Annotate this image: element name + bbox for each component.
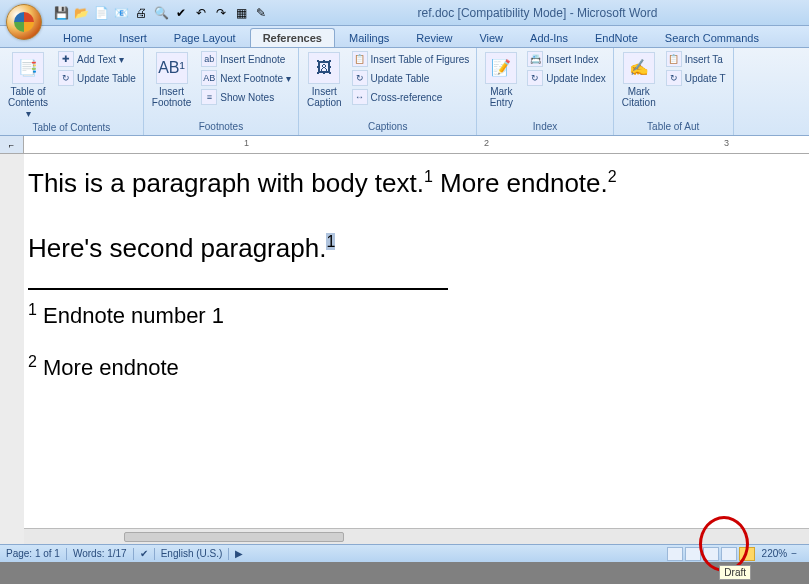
insert-endnote-button[interactable]: abInsert Endnote	[198, 50, 294, 68]
document-content[interactable]: This is a paragraph with body text.1 Mor…	[28, 164, 799, 385]
draft-view-button[interactable]	[739, 547, 755, 561]
mark-entry-label: Mark Entry	[490, 86, 513, 108]
qat-redo-icon[interactable]: ↷	[212, 4, 230, 22]
group-index-label: Index	[481, 120, 609, 133]
tab-review[interactable]: Review	[403, 28, 465, 47]
endnote-1[interactable]: 1 Endnote number 1	[28, 298, 799, 332]
insert-toa-button[interactable]: 📋Insert Ta	[663, 50, 729, 68]
endnote-ref-2[interactable]: 2	[608, 168, 617, 185]
caption-icon: 🖼	[308, 52, 340, 84]
paragraph-2[interactable]: Here's second paragraph.1	[28, 229, 799, 268]
add-text-label: Add Text	[77, 54, 116, 65]
full-screen-view-button[interactable]	[685, 547, 701, 561]
footnote-icon: AB¹	[156, 52, 188, 84]
qat-preview-icon[interactable]: 🔍	[152, 4, 170, 22]
scrollbar-thumb[interactable]	[124, 532, 344, 542]
document-area[interactable]: This is a paragraph with body text.1 Mor…	[0, 154, 809, 544]
update-index-button[interactable]: ↻Update Index	[524, 69, 609, 87]
zoom-out-button[interactable]: −	[791, 548, 797, 559]
update-table-icon: ↻	[352, 70, 368, 86]
qat-mail-icon[interactable]: 📧	[112, 4, 130, 22]
qat-new-icon[interactable]: 📄	[92, 4, 110, 22]
update-index-label: Update Index	[546, 73, 606, 84]
update-table-label: Update Table	[371, 73, 430, 84]
tab-view[interactable]: View	[466, 28, 516, 47]
title-bar: 💾 📂 📄 📧 🖨 🔍 ✔ ↶ ↷ ▦ ✎ ref.doc [Compatibi…	[0, 0, 809, 26]
proofing-icon[interactable]: ✔	[140, 548, 148, 559]
selection-margin[interactable]	[0, 154, 24, 544]
language-indicator[interactable]: English (U.S.)	[161, 548, 223, 559]
qat-undo-icon[interactable]: ↶	[192, 4, 210, 22]
toc-label: Table of Contents	[8, 86, 48, 108]
next-footnote-button[interactable]: ABNext Footnote▾	[198, 69, 294, 87]
divider	[228, 548, 229, 560]
endnote-number: 1	[28, 301, 37, 318]
update-toa-label: Update T	[685, 73, 726, 84]
qat-print-icon[interactable]: 🖨	[132, 4, 150, 22]
paragraph-1[interactable]: This is a paragraph with body text.1 Mor…	[28, 164, 799, 203]
mark-citation-button[interactable]: ✍Mark Citation	[618, 50, 660, 110]
print-layout-view-button[interactable]	[667, 547, 683, 561]
update-toc-button[interactable]: ↻Update Table	[55, 69, 139, 87]
outline-view-button[interactable]	[721, 547, 737, 561]
group-toc: 📑Table of Contents▾ ✚Add Text▾ ↻Update T…	[0, 48, 144, 135]
add-text-button[interactable]: ✚Add Text▾	[55, 50, 139, 68]
qat-review-icon[interactable]: ✎	[252, 4, 270, 22]
tab-home[interactable]: Home	[50, 28, 105, 47]
web-layout-view-button[interactable]	[703, 547, 719, 561]
tab-addins[interactable]: Add-Ins	[517, 28, 581, 47]
qat-save-icon[interactable]: 💾	[52, 4, 70, 22]
toc-icon: 📑	[12, 52, 44, 84]
ribbon: 📑Table of Contents▾ ✚Add Text▾ ↻Update T…	[0, 48, 809, 136]
show-notes-button[interactable]: ≡Show Notes	[198, 88, 294, 106]
update-toc-label: Update Table	[77, 73, 136, 84]
tab-endnote[interactable]: EndNote	[582, 28, 651, 47]
insert-caption-button[interactable]: 🖼Insert Caption	[303, 50, 345, 110]
word-count[interactable]: Words: 1/17	[73, 548, 127, 559]
update-toa-button[interactable]: ↻Update T	[663, 69, 729, 87]
page-indicator[interactable]: Page: 1 of 1	[6, 548, 60, 559]
zoom-level[interactable]: 220%	[762, 548, 788, 559]
update-index-icon: ↻	[527, 70, 543, 86]
qat-spell-icon[interactable]: ✔	[172, 4, 190, 22]
ruler-row: ⌐ 1 2 3	[0, 136, 809, 154]
endnote-2[interactable]: 2 More endnote	[28, 350, 799, 384]
horizontal-ruler[interactable]: 1 2 3	[24, 136, 809, 153]
show-notes-icon: ≡	[201, 89, 217, 105]
insert-footnote-button[interactable]: AB¹Insert Footnote	[148, 50, 195, 110]
endnote-number: 2	[28, 353, 37, 370]
horizontal-scrollbar[interactable]	[24, 528, 809, 544]
tab-search[interactable]: Search Commands	[652, 28, 772, 47]
group-index: 📝Mark Entry 📇Insert Index ↻Update Index …	[477, 48, 614, 135]
endnote-ref-1[interactable]: 1	[424, 168, 433, 185]
endnote-icon: ab	[201, 51, 217, 67]
mark-citation-label: Mark Citation	[622, 86, 656, 108]
endnote-ref-selected[interactable]: 1	[326, 233, 335, 250]
insert-index-label: Insert Index	[546, 54, 598, 65]
toc-button[interactable]: 📑Table of Contents▾	[4, 50, 52, 121]
update-icon: ↻	[58, 70, 74, 86]
group-footnotes: AB¹Insert Footnote abInsert Endnote ABNe…	[144, 48, 299, 135]
qat-table-icon[interactable]: ▦	[232, 4, 250, 22]
macro-icon[interactable]: ▶	[235, 548, 243, 559]
insert-index-button[interactable]: 📇Insert Index	[524, 50, 609, 68]
group-captions: 🖼Insert Caption 📋Insert Table of Figures…	[299, 48, 477, 135]
cross-reference-button[interactable]: ↔Cross-reference	[349, 88, 473, 106]
tab-page-layout[interactable]: Page Layout	[161, 28, 249, 47]
qat-open-icon[interactable]: 📂	[72, 4, 90, 22]
tab-mailings[interactable]: Mailings	[336, 28, 402, 47]
tab-selector[interactable]: ⌐	[0, 136, 24, 153]
body-text: This is a paragraph with body text.	[28, 168, 424, 198]
insert-endnote-label: Insert Endnote	[220, 54, 285, 65]
draft-tooltip: Draft	[719, 565, 751, 580]
update-table-button[interactable]: ↻Update Table	[349, 69, 473, 87]
tab-references[interactable]: References	[250, 28, 335, 47]
next-footnote-icon: AB	[201, 70, 217, 86]
office-button[interactable]	[6, 4, 42, 40]
zoom-slider[interactable]	[801, 547, 803, 561]
insert-tof-button[interactable]: 📋Insert Table of Figures	[349, 50, 473, 68]
tof-label: Insert Table of Figures	[371, 54, 470, 65]
quick-access-toolbar: 💾 📂 📄 📧 🖨 🔍 ✔ ↶ ↷ ▦ ✎	[52, 4, 270, 22]
mark-entry-button[interactable]: 📝Mark Entry	[481, 50, 521, 110]
tab-insert[interactable]: Insert	[106, 28, 160, 47]
